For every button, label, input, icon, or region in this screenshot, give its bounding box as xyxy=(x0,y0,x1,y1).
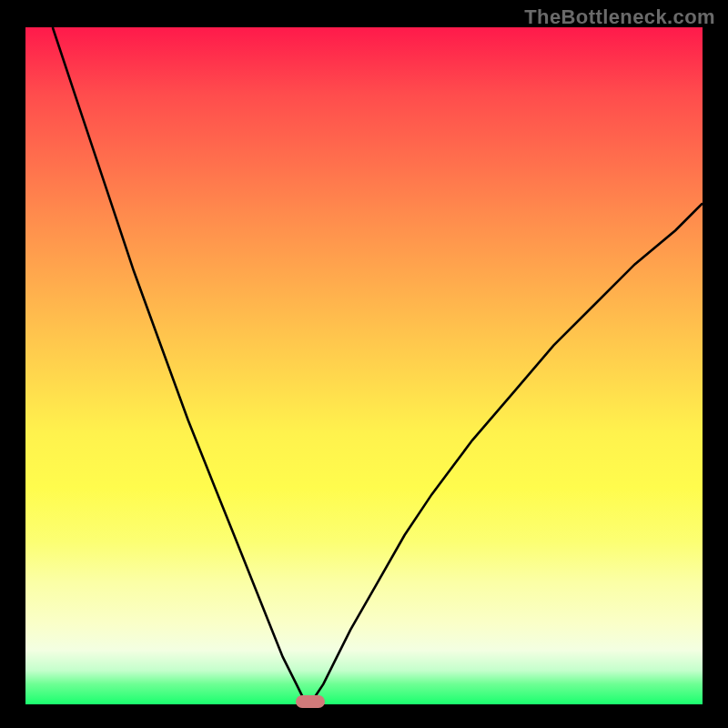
right-curve-path xyxy=(310,203,703,704)
optimum-marker xyxy=(296,695,325,708)
left-curve-path xyxy=(53,27,310,704)
chart-frame: TheBottleneck.com xyxy=(0,0,728,728)
plot-area xyxy=(25,27,703,704)
attribution-text: TheBottleneck.com xyxy=(524,5,715,29)
bottleneck-curve xyxy=(25,27,703,704)
